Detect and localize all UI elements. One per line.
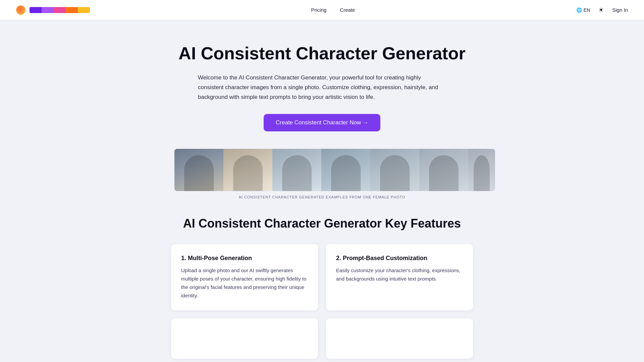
nav-link-pricing[interactable]: Pricing — [311, 7, 326, 13]
page-container: AI Consistent Character Generator Welcom… — [0, 20, 644, 362]
features-title: AI Consistent Character Generator Key Fe… — [171, 217, 473, 231]
feature-card-2: 2. Prompt-Based Customization Easily cus… — [326, 244, 473, 310]
character-image-2 — [223, 149, 272, 191]
image-strip-wrapper — [13, 149, 631, 191]
hero-section: AI Consistent Character Generator Welcom… — [171, 20, 473, 149]
navbar: Pricing Create 🌐 EN ☀ Sign In — [0, 0, 644, 20]
feature-card-1: 1. Multi-Pose Generation Upload a single… — [171, 244, 318, 310]
feature-desc-2: Easily customize your character's clothi… — [336, 266, 463, 283]
logo-bar-seg-1 — [30, 7, 42, 13]
logo-bar-seg-5 — [78, 7, 90, 13]
character-image-6 — [419, 149, 468, 191]
logo-area — [16, 5, 90, 15]
logo-bar-seg-4 — [66, 7, 78, 13]
logo-circle-icon — [16, 5, 25, 15]
character-image-1 — [174, 149, 223, 191]
image-caption: AI CONSISTENT CHARACTER GENERATED EXAMPL… — [13, 195, 631, 199]
character-image-3 — [272, 149, 321, 191]
hero-description: Welcome to the AI Consistent Character G… — [198, 73, 446, 102]
logo-bar-seg-2 — [42, 7, 54, 13]
hero-title: AI Consistent Character Generator — [178, 44, 465, 64]
logo-bar-seg-3 — [54, 7, 66, 13]
image-strip — [174, 149, 470, 191]
feature-title-1: 1. Multi-Pose Generation — [181, 255, 308, 262]
character-image-7 — [468, 149, 495, 191]
logo-bar — [30, 7, 90, 13]
nav-right: 🌐 EN ☀ Sign In — [576, 5, 628, 15]
feature-desc-1: Upload a single photo and our AI swiftly… — [181, 266, 308, 300]
character-image-5 — [370, 149, 419, 191]
feature-card-3 — [171, 318, 318, 359]
sun-icon: ☀ — [598, 6, 604, 14]
language-label: EN — [584, 7, 590, 13]
feature-title-2: 2. Prompt-Based Customization — [336, 255, 463, 262]
cta-button[interactable]: Create Consistent Character Now → — [264, 114, 380, 131]
features-section: AI Consistent Character Generator Key Fe… — [171, 217, 473, 362]
nav-links: Pricing Create — [311, 7, 355, 13]
feature-card-4 — [326, 318, 473, 359]
nav-link-create[interactable]: Create — [340, 7, 355, 13]
features-grid: 1. Multi-Pose Generation Upload a single… — [171, 244, 473, 359]
character-image-4 — [321, 149, 370, 191]
sign-in-button[interactable]: Sign In — [612, 7, 628, 13]
globe-icon: 🌐 — [576, 7, 582, 13]
theme-toggle-button[interactable]: ☀ — [596, 5, 606, 15]
language-button[interactable]: 🌐 EN — [576, 7, 590, 13]
